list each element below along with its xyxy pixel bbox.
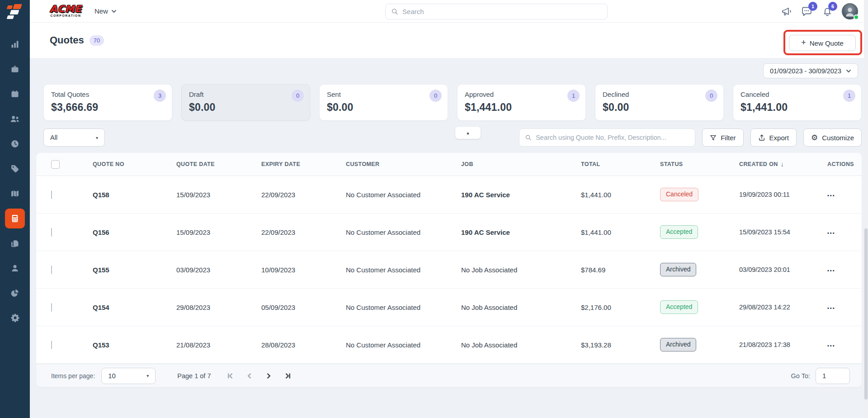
stat-card-declined[interactable]: Declined $0.00 0 <box>595 84 724 121</box>
table-row[interactable]: Q156 15/09/2023 22/09/2023 No Customer A… <box>36 214 862 251</box>
scrollbar-thumb[interactable] <box>864 228 868 399</box>
sidebar-item-reports[interactable] <box>5 283 25 303</box>
stat-value: $0.00 <box>603 101 716 114</box>
cell-quote-no: Q154 <box>93 304 176 311</box>
table-row[interactable]: Q154 29/08/2023 05/09/2023 No Customer A… <box>36 289 862 326</box>
stat-card-approved[interactable]: Approved $1,441.00 1 <box>457 84 586 121</box>
sidebar-item-teams[interactable] <box>5 109 25 129</box>
toolbar-right-group: Filter Export ⚙ Customize <box>519 128 862 147</box>
acme-logo[interactable]: ACME CORPORATION <box>50 5 82 18</box>
cell-total: $784.69 <box>581 266 660 274</box>
stat-label: Canceled <box>741 90 854 98</box>
row-actions-button[interactable]: ••• <box>827 305 835 311</box>
vertical-scrollbar[interactable] <box>864 0 868 418</box>
row-checkbox[interactable] <box>51 190 52 199</box>
select-all-checkbox[interactable] <box>51 160 60 169</box>
search-icon <box>391 8 398 15</box>
stats-row: Total Quotes $3,666.69 3 Draft $0.00 0 S… <box>43 84 862 121</box>
col-total[interactable]: TOTAL <box>581 161 660 167</box>
status-badge: Archived <box>660 263 696 276</box>
col-status[interactable]: STATUS <box>660 161 739 167</box>
briefcase-icon <box>10 65 19 74</box>
copy-icon <box>10 239 19 248</box>
row-actions-button[interactable]: ••• <box>827 268 835 273</box>
status-filter-dropdown[interactable]: All ▾ <box>43 128 105 147</box>
sidebar-item-price-book[interactable] <box>5 159 25 179</box>
table-header-row: QUOTE NO QUOTE DATE EXPIRY DATE CUSTOMER… <box>36 153 862 176</box>
stat-label: Total Quotes <box>51 90 165 98</box>
triangle-down-icon: ▾ <box>96 135 98 140</box>
col-quote-date[interactable]: QUOTE DATE <box>176 161 261 167</box>
announcements-button[interactable] <box>781 6 792 17</box>
calendar-icon <box>10 90 19 99</box>
stat-card-sent[interactable]: Sent $0.00 0 <box>319 84 448 121</box>
row-actions-button[interactable]: ••• <box>827 193 835 198</box>
last-page-button[interactable] <box>284 372 291 380</box>
customize-button[interactable]: ⚙ Customize <box>803 128 862 147</box>
status-badge: Accepted <box>660 300 698 314</box>
user-avatar[interactable] <box>842 3 858 19</box>
items-per-page-select[interactable]: 10 ▾ <box>101 368 156 384</box>
cell-expiry-date: 10/09/2023 <box>261 266 346 274</box>
sidebar-item-dashboard[interactable] <box>5 34 25 54</box>
stat-card-draft[interactable]: Draft $0.00 0 <box>181 84 310 121</box>
stat-card-total-quotes[interactable]: Total Quotes $3,666.69 3 <box>43 84 172 121</box>
cell-job: 190 AC Service <box>461 228 581 236</box>
sidebar-item-dispatch-board[interactable] <box>5 84 25 104</box>
stat-count-badge: 0 <box>292 90 304 102</box>
table-toolbar: All ▾ Filter Export <box>43 128 862 147</box>
cell-customer: No Customer Associated <box>346 191 461 199</box>
page-title: Quotes <box>50 34 84 46</box>
previous-page-button[interactable] <box>246 372 253 380</box>
cell-job: No Job Associated <box>461 266 581 274</box>
quote-search-input[interactable] <box>536 134 689 141</box>
row-actions-button[interactable]: ••• <box>827 230 835 236</box>
page-header: Quotes 70 + New Quote <box>30 23 868 58</box>
col-customer[interactable]: CUSTOMER <box>346 161 461 167</box>
zuper-logo[interactable] <box>0 0 30 24</box>
sidebar-item-timesheets[interactable] <box>5 134 25 154</box>
topbar: ACME CORPORATION New 1 <box>30 0 868 23</box>
sidebar-item-jobs[interactable] <box>5 59 25 79</box>
row-checkbox[interactable] <box>51 341 52 349</box>
go-to-page-input[interactable] <box>816 368 850 384</box>
chat-button[interactable]: 1 <box>801 6 813 17</box>
cell-quote-date: 15/09/2023 <box>176 228 261 236</box>
first-page-button[interactable] <box>227 372 234 380</box>
sidebar-item-service-territories[interactable] <box>5 184 25 204</box>
team-icon <box>10 114 20 124</box>
sidebar-item-templates[interactable] <box>5 233 25 253</box>
cell-total: $1,441.00 <box>581 191 660 199</box>
sidebar-item-customers[interactable] <box>5 258 25 278</box>
col-expiry-date[interactable]: EXPIRY DATE <box>261 161 346 167</box>
next-page-button[interactable] <box>265 372 272 380</box>
sidebar-item-settings[interactable] <box>5 308 25 328</box>
export-button[interactable]: Export <box>750 128 797 147</box>
logo-shape <box>7 15 14 19</box>
row-checkbox[interactable] <box>51 228 52 237</box>
filter-button[interactable]: Filter <box>702 128 743 147</box>
cell-created-on: 29/08/2023 14:22 <box>739 304 827 311</box>
col-created-on[interactable]: CREATED ON↓ <box>739 161 827 168</box>
bar-chart-icon <box>10 40 19 49</box>
row-checkbox[interactable] <box>51 266 52 274</box>
col-quote-no[interactable]: QUOTE NO <box>93 161 176 167</box>
new-quote-button[interactable]: + New Quote <box>789 35 856 51</box>
sidebar-item-quotes[interactable] <box>5 209 25 228</box>
quotes-count-badge: 70 <box>90 35 104 46</box>
row-checkbox[interactable] <box>51 303 52 312</box>
table-row[interactable]: Q155 03/09/2023 10/09/2023 No Customer A… <box>36 251 862 289</box>
table-row[interactable]: Q153 21/08/2023 28/08/2023 No Customer A… <box>36 326 862 364</box>
global-search-input[interactable] <box>402 8 602 15</box>
sort-desc-icon[interactable]: ↓ <box>781 161 784 168</box>
cell-quote-date: 29/08/2023 <box>176 304 261 311</box>
new-menu-dropdown[interactable]: New <box>94 7 117 15</box>
stat-card-canceled[interactable]: Canceled $1,441.00 1 <box>733 84 862 121</box>
date-range-dropdown[interactable]: 01/09/2023 - 30/09/2023 <box>763 63 858 78</box>
person-icon <box>10 264 19 273</box>
col-job[interactable]: JOB <box>461 161 581 167</box>
notifications-button[interactable]: 6 <box>822 6 833 17</box>
table-row[interactable]: Q158 15/09/2023 22/09/2023 No Customer A… <box>36 176 862 214</box>
row-actions-button[interactable]: ••• <box>827 343 835 348</box>
collapse-stats-button[interactable]: ▲ <box>455 127 481 139</box>
